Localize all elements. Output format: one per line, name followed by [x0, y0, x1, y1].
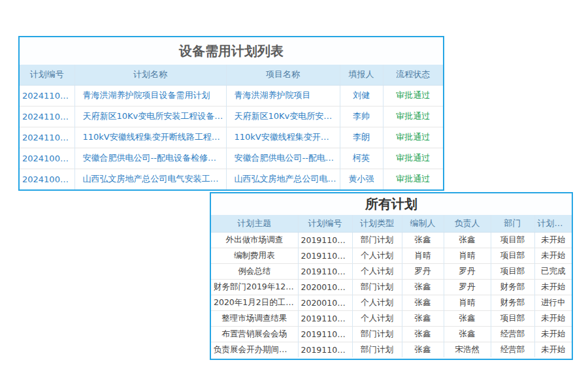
status-cell: 未开始 — [534, 232, 572, 248]
plan-name-cell[interactable]: 青海洪湖养护院项目设备需用计划 — [74, 85, 226, 106]
project-name-cell[interactable]: 天府新区10Kv变电所安装工程 — [226, 106, 340, 127]
project-name-cell[interactable]: 安徽合肥供电公司--配电设备... — [226, 148, 340, 169]
plan-no-cell: 2019110003 — [298, 326, 352, 342]
plan-no-cell: 2019110002 — [298, 310, 352, 326]
plan-type-cell: 部门计划 — [352, 279, 402, 295]
table-row[interactable]: 财务部门2019年12月的... 2020010001 部门计划 张鑫 罗丹 财… — [211, 279, 572, 295]
table-row[interactable]: 2024110001 110kV安徽线程集变开断线路工程设备需... 110kV… — [20, 127, 443, 148]
col-header-status: 计划状态 — [534, 215, 572, 232]
status-cell[interactable]: 审批通过 — [383, 106, 443, 127]
topic-cell: 2020年1月2日的工作日... — [211, 295, 298, 310]
plan-type-cell: 部门计划 — [352, 326, 402, 342]
plan-name-cell[interactable]: 110kV安徽线程集变开断线路工程设备需... — [74, 127, 226, 148]
project-name-cell[interactable]: 110kV安徽线程集变开断线路... — [226, 127, 340, 148]
plan-name-cell[interactable]: 安徽合肥供电公司--配电设备检修维护和... — [74, 148, 226, 169]
plan-no-cell: 2019110001 — [298, 232, 352, 248]
col-header-creator: 编制人 — [402, 215, 444, 232]
status-cell[interactable]: 审批通过 — [383, 148, 443, 169]
plan-type-cell: 部门计划 — [352, 232, 402, 248]
status-cell: 未开始 — [534, 248, 572, 263]
department-cell: 财务部 — [491, 279, 534, 295]
col-header-plan-no: 计划编号 — [20, 65, 74, 85]
filler-cell[interactable]: 刘健 — [340, 85, 383, 106]
status-cell[interactable]: 审批通过 — [383, 127, 443, 148]
department-cell: 经营部 — [491, 326, 534, 342]
plan-no-cell[interactable]: 2024110002 — [20, 106, 74, 127]
all-plans-table: 计划主题 计划编号 计划类型 编制人 负责人 部门 计划状态 外出做市场调查 2… — [211, 215, 572, 357]
creator-cell: 张鑫 — [402, 232, 444, 248]
creator-cell: 张鑫 — [402, 326, 444, 342]
table-row[interactable]: 例会总结 2019110005 个人计划 罗丹 罗丹 项目部 已完成 — [211, 263, 572, 279]
col-header-status: 流程状态 — [383, 65, 443, 85]
table-row[interactable]: 2020年1月2日的工作日... 2020010002 个人计划 张鑫 肖晴 财… — [211, 295, 572, 310]
status-cell[interactable]: 审批通过 — [383, 85, 443, 106]
col-header-topic: 计划主题 — [211, 215, 298, 232]
equipment-table-header-row: 计划编号 计划名称 项目名称 填报人 流程状态 — [20, 65, 443, 85]
topic-cell: 财务部门2019年12月的... — [211, 279, 298, 295]
project-name-cell[interactable]: 山西弘文房地产总公司电气安... — [226, 169, 340, 189]
col-header-owner: 负责人 — [444, 215, 491, 232]
table-row[interactable]: 外出做市场调查 2019110001 部门计划 张鑫 张鑫 项目部 未开始 — [211, 232, 572, 248]
table-row[interactable]: 编制费用表 2019110004 个人计划 肖晴 肖晴 项目部 未开始 — [211, 248, 572, 263]
department-cell: 项目部 — [491, 310, 534, 326]
owner-cell: 肖晴 — [444, 248, 491, 263]
status-cell[interactable]: 审批通过 — [383, 169, 443, 189]
plan-no-cell: 2020010002 — [298, 295, 352, 310]
owner-cell: 宋浩然 — [444, 342, 491, 357]
creator-cell: 张鑫 — [402, 310, 444, 326]
creator-cell: 张鑫 — [402, 279, 444, 295]
plan-no-cell[interactable]: 2024110001 — [20, 127, 74, 148]
col-header-plan-type: 计划类型 — [352, 215, 402, 232]
plan-no-cell: 2019110001 — [298, 342, 352, 357]
all-plans-panel: 所有计划 计划主题 计划编号 计划类型 编制人 负责人 部门 计划状态 外出做市… — [210, 192, 573, 360]
creator-cell: 罗丹 — [402, 263, 444, 279]
all-plans-panel-title: 所有计划 — [211, 193, 572, 215]
status-cell: 未开始 — [534, 326, 572, 342]
equipment-plan-panel: 设备需用计划列表 计划编号 计划名称 项目名称 填报人 流程状态 2024110… — [18, 36, 444, 191]
department-cell: 项目部 — [491, 232, 534, 248]
filler-cell[interactable]: 柯英 — [340, 148, 383, 169]
department-cell: 项目部 — [491, 248, 534, 263]
status-cell: 未开始 — [534, 279, 572, 295]
table-row[interactable]: 整理市场调查结果 2019110002 个人计划 张鑫 张鑫 项目部 未开始 — [211, 310, 572, 326]
table-row[interactable]: 2024110002 天府新区10Kv变电所安装工程设备需用... 天府新区10… — [20, 106, 443, 127]
plan-name-cell[interactable]: 天府新区10Kv变电所安装工程设备需用... — [74, 106, 226, 127]
table-row[interactable]: 布置营销展会会场 2019110003 部门计划 张鑫 张鑫 经营部 未开始 — [211, 326, 572, 342]
filler-cell[interactable]: 黄小强 — [340, 169, 383, 189]
table-row[interactable]: 2024100005 山西弘文房地产总公司电气安装工程设备... 山西弘文房地产… — [20, 169, 443, 189]
creator-cell: 张鑫 — [402, 342, 444, 357]
department-cell: 财务部 — [491, 295, 534, 310]
creator-cell: 肖晴 — [402, 248, 444, 263]
owner-cell: 罗丹 — [444, 279, 491, 295]
plan-no-cell[interactable]: 2024110003 — [20, 85, 74, 106]
col-header-plan-no: 计划编号 — [298, 215, 352, 232]
project-name-cell[interactable]: 青海洪湖养护院项目 — [226, 85, 340, 106]
equipment-plan-table: 计划编号 计划名称 项目名称 填报人 流程状态 2024110003 青海洪湖养… — [20, 65, 443, 189]
owner-cell: 张鑫 — [444, 326, 491, 342]
col-header-project-name: 项目名称 — [226, 65, 340, 85]
plan-type-cell: 个人计划 — [352, 248, 402, 263]
topic-cell: 整理市场调查结果 — [211, 310, 298, 326]
plan-no-cell[interactable]: 2024100006 — [20, 148, 74, 169]
plan-name-cell[interactable]: 山西弘文房地产总公司电气安装工程设备... — [74, 169, 226, 189]
creator-cell: 张鑫 — [402, 295, 444, 310]
topic-cell: 例会总结 — [211, 263, 298, 279]
table-row[interactable]: 2024110003 青海洪湖养护院项目设备需用计划 青海洪湖养护院项目 刘健 … — [20, 85, 443, 106]
table-row[interactable]: 2024100006 安徽合肥供电公司--配电设备检修维护和... 安徽合肥供电… — [20, 148, 443, 169]
topic-cell: 布置营销展会会场 — [211, 326, 298, 342]
department-cell: 经营部 — [491, 342, 534, 357]
plan-no-cell[interactable]: 2024100005 — [20, 169, 74, 189]
col-header-department: 部门 — [491, 215, 534, 232]
topic-cell: 编制费用表 — [211, 248, 298, 263]
status-cell: 未开始 — [534, 310, 572, 326]
status-cell: 已完成 — [534, 263, 572, 279]
table-row[interactable]: 负责展会开办期间的大... 2019110001 部门计划 张鑫 宋浩然 经营部… — [211, 342, 572, 357]
plan-no-cell: 2020010001 — [298, 279, 352, 295]
filler-cell[interactable]: 李朗 — [340, 127, 383, 148]
plan-no-cell: 2019110004 — [298, 248, 352, 263]
equipment-panel-title: 设备需用计划列表 — [20, 37, 443, 65]
plan-type-cell: 个人计划 — [352, 310, 402, 326]
plan-type-cell: 个人计划 — [352, 263, 402, 279]
status-cell: 未开始 — [534, 342, 572, 357]
filler-cell[interactable]: 李帅 — [340, 106, 383, 127]
